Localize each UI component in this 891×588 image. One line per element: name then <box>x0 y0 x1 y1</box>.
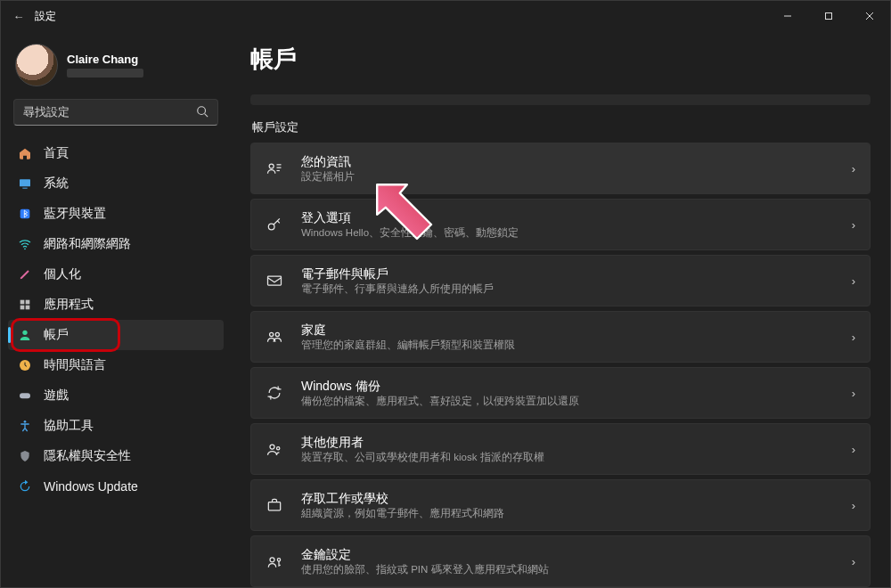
home-icon <box>17 146 33 160</box>
card-subtitle: 備份您的檔案、應用程式、喜好設定，以便跨裝置加以還原 <box>301 395 839 408</box>
family-icon <box>260 328 289 346</box>
card-other-users[interactable]: 其他使用者裝置存取、公司或學校使用者和 kiosk 指派的存取權› <box>250 423 871 475</box>
svg-rect-7 <box>22 188 27 189</box>
card-subtitle: 組織資源，例如電子郵件、應用程式和網路 <box>301 507 839 520</box>
card-title: 電子郵件與帳戶 <box>301 265 839 282</box>
avatar <box>15 44 58 86</box>
svg-rect-28 <box>268 502 280 510</box>
system-icon <box>17 176 33 191</box>
svg-point-17 <box>24 421 27 423</box>
window-title: 設定 <box>35 9 56 24</box>
sidebar-item-system[interactable]: 系統 <box>8 168 224 199</box>
profile-email-redacted <box>67 69 143 78</box>
brief-icon <box>260 496 289 514</box>
sidebar-item-label: Windows Update <box>44 479 138 494</box>
search-icon <box>196 105 208 120</box>
wifi-icon <box>17 237 33 251</box>
card-family[interactable]: 家庭管理您的家庭群組、編輯帳戶類型和裝置權限› <box>250 311 871 363</box>
chevron-right-icon: › <box>852 387 855 400</box>
card-your-info[interactable]: 您的資訊設定檔相片› <box>250 143 871 194</box>
profile-block[interactable]: Claire Chang <box>8 42 224 99</box>
svg-rect-16 <box>20 393 30 398</box>
card-backup[interactable]: Windows 備份備份您的檔案、應用程式、喜好設定，以便跨裝置加以還原› <box>250 367 871 419</box>
chevron-right-icon: › <box>852 555 855 568</box>
sidebar-item-home[interactable]: 首頁 <box>8 138 224 168</box>
page-title: 帳戶 <box>250 44 871 75</box>
sidebar-item-update[interactable]: Windows Update <box>8 471 224 502</box>
sidebar-item-access[interactable]: 協助工具 <box>8 411 224 441</box>
card-title: Windows 備份 <box>301 378 839 394</box>
svg-point-22 <box>268 224 274 230</box>
sidebar-item-gaming[interactable]: 遊戲 <box>8 380 224 411</box>
card-subtitle: 使用您的臉部、指紋或 PIN 碼來登入應用程式和網站 <box>301 563 839 576</box>
settings-list: 您的資訊設定檔相片›登入選項Windows Hello、安全性金鑰、密碼、動態鎖… <box>250 143 871 587</box>
clock-icon <box>17 358 33 372</box>
search-placeholder: 尋找設定 <box>23 104 196 120</box>
brush-icon <box>17 267 33 282</box>
sidebar-item-label: 應用程式 <box>44 297 94 313</box>
sidebar-item-network[interactable]: 網路和網際網路 <box>8 229 224 259</box>
users-icon <box>260 440 289 458</box>
sidebar-item-label: 隱私權與安全性 <box>44 448 131 464</box>
svg-rect-13 <box>26 306 30 310</box>
sidebar-item-label: 協助工具 <box>44 418 94 434</box>
search-input[interactable]: 尋找設定 <box>13 99 218 126</box>
svg-rect-23 <box>268 276 282 285</box>
minimize-button[interactable] <box>767 1 808 31</box>
svg-point-29 <box>270 558 274 562</box>
svg-point-4 <box>198 106 206 114</box>
chevron-right-icon: › <box>852 218 855 232</box>
card-title: 您的資訊 <box>301 153 839 169</box>
svg-point-14 <box>22 331 27 335</box>
card-subtitle: 設定檔相片 <box>301 170 839 184</box>
card-title: 存取工作或學校 <box>301 490 839 506</box>
sidebar-item-label: 帳戶 <box>44 327 69 343</box>
apps-icon <box>17 298 33 312</box>
section-label: 帳戶設定 <box>252 119 871 135</box>
chevron-right-icon: › <box>852 499 855 512</box>
card-email[interactable]: 電子郵件與帳戶電子郵件、行事曆與連絡人所使用的帳戶› <box>250 255 871 306</box>
update-icon <box>17 479 33 494</box>
card-passkeys[interactable]: 金鑰設定使用您的臉部、指紋或 PIN 碼來登入應用程式和網站› <box>250 535 871 587</box>
sync-icon <box>260 384 289 402</box>
sidebar-item-label: 時間與語言 <box>44 357 106 373</box>
card-signin[interactable]: 登入選項Windows Hello、安全性金鑰、密碼、動態鎖定› <box>250 199 871 250</box>
sidebar-nav: 首頁系統藍牙與裝置網路和網際網路個人化應用程式帳戶時間與語言遊戲協助工具隱私權與… <box>8 138 224 502</box>
card-title: 登入選項 <box>301 209 839 225</box>
svg-point-9 <box>24 248 26 249</box>
sidebar-item-label: 個人化 <box>44 266 81 282</box>
sidebar-item-label: 藍牙與裝置 <box>44 206 106 222</box>
sidebar-item-bt[interactable]: 藍牙與裝置 <box>8 199 224 229</box>
svg-rect-11 <box>26 300 30 305</box>
shield-icon <box>17 449 33 463</box>
svg-point-18 <box>269 164 274 168</box>
chevron-right-icon: › <box>852 331 855 344</box>
passkey-icon <box>260 552 289 570</box>
sidebar-item-label: 系統 <box>44 176 69 192</box>
card-work-school[interactable]: 存取工作或學校組織資源，例如電子郵件、應用程式和網路› <box>250 479 871 531</box>
sidebar-item-accounts[interactable]: 帳戶 <box>8 320 224 350</box>
account-banner <box>250 94 871 105</box>
card-subtitle: 裝置存取、公司或學校使用者和 kiosk 指派的存取權 <box>301 451 839 464</box>
sidebar-item-privacy[interactable]: 隱私權與安全性 <box>8 441 224 471</box>
sidebar-item-label: 首頁 <box>44 145 69 161</box>
svg-point-24 <box>270 332 274 336</box>
back-button[interactable]: ← <box>8 10 29 23</box>
svg-line-5 <box>205 113 208 117</box>
profile-name: Claire Chang <box>67 53 143 66</box>
close-button[interactable] <box>849 1 890 31</box>
access-icon <box>17 419 33 433</box>
maximize-button[interactable] <box>808 1 849 31</box>
svg-rect-1 <box>826 13 832 20</box>
chevron-right-icon: › <box>852 443 855 456</box>
sidebar-item-apps[interactable]: 應用程式 <box>8 290 224 320</box>
sidebar-item-personal[interactable]: 個人化 <box>8 259 224 290</box>
card-title: 金鑰設定 <box>301 546 839 562</box>
key-icon <box>260 216 289 233</box>
sidebar-item-time[interactable]: 時間與語言 <box>8 350 224 380</box>
game-icon <box>17 388 33 403</box>
person-icon <box>17 328 33 342</box>
svg-point-30 <box>277 559 280 561</box>
card-subtitle: 電子郵件、行事曆與連絡人所使用的帳戶 <box>301 282 839 296</box>
card-title: 家庭 <box>301 322 839 338</box>
